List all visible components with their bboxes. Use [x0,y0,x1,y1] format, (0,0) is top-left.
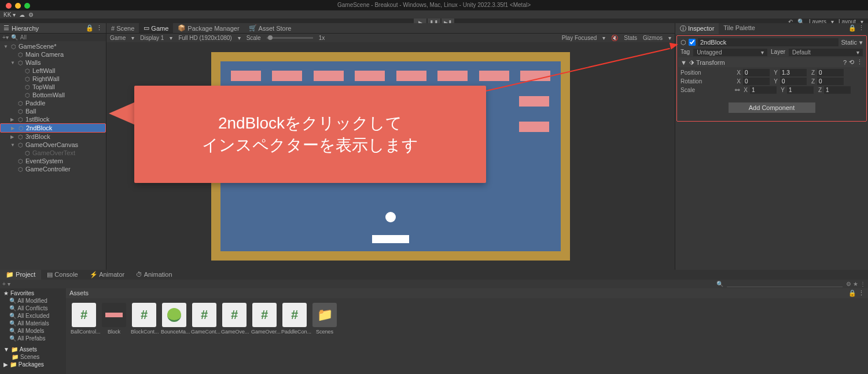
hierarchy-item-gamecontroller[interactable]: ⬡GameController [0,165,106,173]
transform-title: Transform [696,59,725,66]
hierarchy-item-leftwall[interactable]: ⬡LeftWall [0,67,106,75]
stats-toggle[interactable]: Stats [624,35,637,41]
hierarchy-item-2ndblock[interactable]: ▶⬡2ndBlock [0,123,106,133]
tag-dropdown[interactable]: Untagged▾ [693,49,767,56]
hierarchy-item-rightwall[interactable]: ⬡RightWall [0,75,106,83]
rotation-z[interactable] [817,78,844,85]
tab-console[interactable]: ▤ Console [41,270,83,280]
cube-icon: ⬡ [10,43,17,50]
rotation-y[interactable] [780,78,807,85]
asset-bouncema-[interactable]: BounceMa... [161,303,187,335]
hierarchy-item-gameovertext[interactable]: ⬡GameOverText [0,149,106,157]
scale-slider[interactable] [267,37,313,39]
tab-animation[interactable]: ⏱ Animation [130,270,178,280]
hierarchy-item-main-camera[interactable]: ⬡Main Camera [0,50,106,58]
rotation-x[interactable] [743,78,770,85]
resolution-dropdown[interactable]: Full HD (1920x1080) [178,35,231,41]
close-icon[interactable] [6,3,12,9]
maximize-icon[interactable] [24,3,30,9]
layer-dropdown[interactable]: Default▾ [789,49,863,56]
object-name-field[interactable] [698,38,838,46]
add-button[interactable]: + ▾ [2,281,10,287]
tab-project[interactable]: 📁 Project [0,270,41,280]
favorite-all-prefabs[interactable]: 🔍 All Prefabs [1,335,65,342]
reset-icon[interactable]: ⟲ [849,58,854,66]
hierarchy-item-gamescene-[interactable]: ▼⬡GameScene* [0,42,106,50]
hierarchy-item-topwall[interactable]: ⬡TopWall [0,83,106,91]
minimize-icon[interactable] [15,3,21,9]
position-y[interactable] [780,69,807,76]
hierarchy-item-eventsystem[interactable]: ⬡EventSystem [0,157,106,165]
tag-label: Tag [681,49,690,56]
game-block [231,71,261,81]
hierarchy-search[interactable]: All [20,34,27,41]
static-checkbox[interactable]: Static [841,39,857,46]
hierarchy-item-walls[interactable]: ▼⬡Walls [0,58,106,67]
tab-game[interactable]: ▭ Game [139,23,173,33]
tab-tile-palette[interactable]: Tile Palette [719,23,760,34]
game-block [272,71,302,81]
cube-icon: ⬡ [681,39,686,46]
play-focused-dropdown[interactable]: Play Focused [562,35,597,41]
display-dropdown[interactable]: Display 1 [140,35,164,41]
asset-gameover-[interactable]: #GameOver... [251,303,278,335]
lock-icon[interactable]: 🔒 [86,24,94,32]
help-icon[interactable]: ? [843,59,847,66]
favorite-all-conflicts[interactable]: 🔍 All Conflicts [1,305,65,312]
tab-inspector[interactable]: ⓘ Inspector [675,23,719,34]
hierarchy-item-bottomwall[interactable]: ⬡BottomWall [0,91,106,99]
hierarchy-item-1stblock[interactable]: ▶⬡1stBlock [0,115,106,123]
game-block [314,71,344,81]
hierarchy-item-paddle[interactable]: ⬡Paddle [0,99,106,107]
cloud-icon[interactable]: ☁ [19,12,25,18]
gizmos-toggle[interactable]: Gizmos [643,35,663,41]
search-icon[interactable]: 🔍 [716,281,723,287]
globe-icon[interactable]: ⚙ [28,12,34,18]
link-icon[interactable]: ⚯ [735,87,740,93]
game-block [519,122,549,132]
favorite-all-materials[interactable]: 🔍 All Materials [1,320,65,327]
favorite-all-excluded[interactable]: 🔍 All Excluded [1,312,65,320]
scale-y[interactable] [787,86,814,94]
cube-icon: ⬡ [24,91,31,98]
asset-gameove-[interactable]: #GameOve... [221,303,248,335]
position-x[interactable] [743,69,770,76]
object-active-checkbox[interactable] [689,39,696,46]
tab-asset-store[interactable]: 🛒 Asset Store [244,23,296,33]
asset-ballcontrol-[interactable]: #BallControl... [71,303,97,335]
add-component-button[interactable]: Add Component [729,102,815,113]
asset-scenes[interactable]: 📁Scenes [311,303,338,335]
favorite-all-modified[interactable]: 🔍 All Modified [1,297,65,305]
tab-scene[interactable]: # Scene [106,23,139,33]
asset-blockcont-[interactable]: #BlockCont... [131,303,157,335]
window-title: GameScene - Breakout - Windows, Mac, Lin… [0,0,868,10]
folder-packages[interactable]: Packages [19,361,44,368]
lock-icon[interactable]: 🔒 ⋮ [845,23,868,34]
scale-x[interactable] [750,86,777,94]
cube-icon: ⬡ [17,59,24,66]
favorite-all-models[interactable]: 🔍 All Models [1,327,65,335]
cube-icon: ⬡ [17,51,24,58]
tab-animator[interactable]: ⚡ Animator [84,270,130,280]
asset-block[interactable]: Block [101,303,127,335]
mute-icon[interactable]: 🔇 [611,35,618,41]
hierarchy-item-gameovercanvas[interactable]: ▼⬡GameOverCanvas [0,141,106,149]
hierarchy-item-3rdblock[interactable]: ▶⬡3rdBlock [0,133,106,141]
tab-package-manager[interactable]: 📦 Package Manager [173,23,244,33]
folder-scenes[interactable]: Scenes [20,354,39,360]
assets-breadcrumb[interactable]: Assets [69,289,89,297]
game-dropdown[interactable]: Game [110,35,126,41]
folder-assets[interactable]: Assets [20,346,37,353]
hierarchy-item-ball[interactable]: ⬡Ball [0,107,106,115]
position-z[interactable] [817,69,844,76]
add-button[interactable]: +▾ [2,34,9,41]
game-block [355,71,385,81]
game-ball [385,212,396,222]
transform-icon: ⬗ [689,58,694,66]
account-dropdown[interactable]: KK ▾ [3,12,16,18]
scale-z[interactable] [824,86,851,94]
favorites-header: Favorites [10,290,34,296]
scale-value: 1x [319,35,325,41]
asset-paddlecon-[interactable]: #PaddleCon... [281,303,308,335]
asset-gamecont-[interactable]: #GameCont... [191,303,218,335]
